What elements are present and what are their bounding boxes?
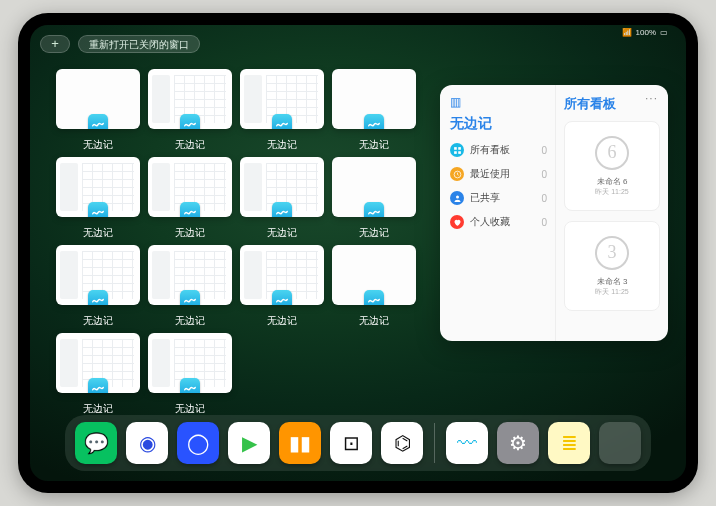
- board-card[interactable]: 6 未命名 6 昨天 11:25: [564, 121, 660, 211]
- freeform-app-icon: [88, 378, 108, 393]
- window-thumbnail: [148, 69, 232, 129]
- window-tile[interactable]: 无边记: [56, 157, 140, 239]
- category-count: 0: [541, 169, 547, 180]
- reopen-closed-window-button[interactable]: 重新打开已关闭的窗口: [78, 35, 200, 53]
- window-thumbnail: [240, 69, 324, 129]
- freeform-app-icon: [88, 114, 108, 129]
- window-tile[interactable]: 无边记: [56, 245, 140, 327]
- dock-app-wechat[interactable]: 💬: [75, 422, 117, 464]
- svg-point-5: [456, 195, 459, 198]
- window-label: 无边记: [148, 138, 232, 152]
- freeform-app-icon: [272, 290, 292, 305]
- sidebar-category-person[interactable]: 已共享 0: [450, 191, 547, 205]
- category-label: 已共享: [470, 191, 500, 205]
- window-thumbnail: [56, 69, 140, 129]
- window-tile[interactable]: 无边记: [148, 69, 232, 151]
- svg-rect-3: [458, 151, 461, 154]
- battery-icon: ▭: [660, 28, 668, 37]
- category-count: 0: [541, 217, 547, 228]
- freeform-app-icon: [180, 378, 200, 393]
- category-label: 最近使用: [470, 167, 510, 181]
- dock-app-books[interactable]: ▮▮: [279, 422, 321, 464]
- category-count: 0: [541, 145, 547, 156]
- category-label: 所有看板: [470, 143, 510, 157]
- freeform-app-icon: [180, 202, 200, 217]
- window-label: 无边记: [56, 314, 140, 328]
- window-tile[interactable]: 无边记: [56, 333, 140, 415]
- window-thumbnail: [332, 157, 416, 217]
- window-tile[interactable]: 无边记: [56, 69, 140, 151]
- window-tile[interactable]: 无边记: [148, 157, 232, 239]
- window-tile[interactable]: 无边记: [332, 157, 416, 239]
- window-thumbnail: [56, 333, 140, 393]
- dock-app-notes[interactable]: ≣: [548, 422, 590, 464]
- top-bar: + 重新打开已关闭的窗口: [40, 35, 200, 53]
- window-switcher-grid: 无边记 无边记 无边记 无边记 无边记 无边记 无边记 无边记: [56, 69, 426, 415]
- dock-app-play[interactable]: ▶: [228, 422, 270, 464]
- board-meta: 未命名 6 昨天 11:25: [595, 176, 628, 197]
- board-meta: 未命名 3 昨天 11:25: [595, 276, 628, 297]
- screen: 📶 100% ▭ + 重新打开已关闭的窗口 无边记 无边记 无边记 无边记 无边…: [30, 25, 686, 481]
- board-subtitle: 昨天 11:25: [595, 287, 628, 297]
- dock-app-quark[interactable]: ◯: [177, 422, 219, 464]
- window-tile[interactable]: 无边记: [240, 157, 324, 239]
- window-tile[interactable]: 无边记: [148, 245, 232, 327]
- window-tile[interactable]: 无边记: [240, 69, 324, 151]
- freeform-sidebar-preview[interactable]: ··· ▥ 无边记 所有看板 0 最近使用 0 已共享 0 个人收藏 0 所: [440, 85, 668, 341]
- window-thumbnail: [240, 245, 324, 305]
- dock-app-graph[interactable]: ⌬: [381, 422, 423, 464]
- freeform-app-icon: [272, 202, 292, 217]
- sidebar-category-clock[interactable]: 最近使用 0: [450, 167, 547, 181]
- window-label: 无边记: [240, 226, 324, 240]
- clock-icon: [450, 167, 464, 181]
- freeform-app-icon: [180, 114, 200, 129]
- window-label: 无边记: [56, 402, 140, 416]
- window-label: 无边记: [240, 314, 324, 328]
- new-window-button[interactable]: +: [40, 35, 70, 53]
- board-subtitle: 昨天 11:25: [595, 187, 628, 197]
- wifi-icon: 📶: [622, 28, 632, 37]
- board-card[interactable]: 3 未命名 3 昨天 11:25: [564, 221, 660, 311]
- window-label: 无边记: [332, 226, 416, 240]
- window-thumbnail: [148, 157, 232, 217]
- window-label: 无边记: [56, 226, 140, 240]
- dock: 💬◉◯▶▮▮⊡⌬〰⚙≣: [65, 415, 651, 471]
- person-icon: [450, 191, 464, 205]
- sidebar-left: ▥ 无边记 所有看板 0 最近使用 0 已共享 0 个人收藏 0: [440, 85, 556, 341]
- sidebar-category-grid[interactable]: 所有看板 0: [450, 143, 547, 157]
- window-label: 无边记: [148, 226, 232, 240]
- category-count: 0: [541, 193, 547, 204]
- battery-label: 100%: [636, 28, 656, 37]
- window-thumbnail: [332, 245, 416, 305]
- sidebar-right: 所有看板 6 未命名 6 昨天 11:25 3 未命名 3 昨天 11:25: [556, 85, 668, 341]
- window-thumbnail: [332, 69, 416, 129]
- heart-icon: [450, 215, 464, 229]
- freeform-app-icon: [88, 290, 108, 305]
- window-tile[interactable]: 无边记: [332, 69, 416, 151]
- window-tile[interactable]: 无边记: [148, 333, 232, 415]
- window-tile[interactable]: 无边记: [240, 245, 324, 327]
- sidebar-title: 无边记: [450, 115, 547, 133]
- board-title: 未命名 6: [595, 176, 628, 187]
- window-tile[interactable]: 无边记: [332, 245, 416, 327]
- sidebar-toggle-icon[interactable]: ▥: [450, 95, 547, 109]
- dock-app-dice[interactable]: ⊡: [330, 422, 372, 464]
- window-thumbnail: [240, 157, 324, 217]
- ipad-frame: 📶 100% ▭ + 重新打开已关闭的窗口 无边记 无边记 无边记 无边记 无边…: [18, 13, 698, 493]
- dock-app-settings[interactable]: ⚙: [497, 422, 539, 464]
- status-bar: 📶 100% ▭: [622, 28, 668, 37]
- more-icon[interactable]: ···: [645, 91, 658, 105]
- sidebar-category-heart[interactable]: 个人收藏 0: [450, 215, 547, 229]
- dock-app-freeform[interactable]: 〰: [446, 422, 488, 464]
- window-thumbnail: [56, 157, 140, 217]
- board-title: 未命名 3: [595, 276, 628, 287]
- freeform-app-icon: [88, 202, 108, 217]
- freeform-app-icon: [364, 114, 384, 129]
- freeform-app-icon: [272, 114, 292, 129]
- dock-app-quark-hd[interactable]: ◉: [126, 422, 168, 464]
- window-thumbnail: [148, 333, 232, 393]
- window-label: 无边记: [332, 138, 416, 152]
- dock-app-library[interactable]: [599, 422, 641, 464]
- window-thumbnail: [56, 245, 140, 305]
- grid-icon: [450, 143, 464, 157]
